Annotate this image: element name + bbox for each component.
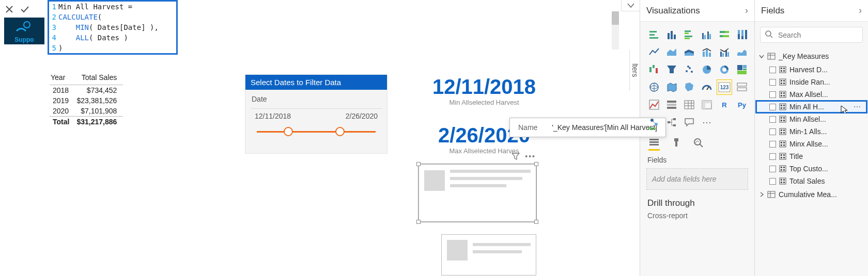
svg-rect-103 bbox=[783, 117, 785, 119]
formula-bar[interactable]: 1Min All Harvest = 2CALCULATE( 3 MIN( Da… bbox=[48, 0, 178, 55]
viz-qna-icon[interactable] bbox=[681, 115, 697, 130]
table-visual[interactable]: Year Total Sales 2018$734,452 2019$23,38… bbox=[50, 72, 123, 127]
viz-area-icon[interactable] bbox=[664, 44, 679, 60]
viz-100-stacked-column-icon[interactable] bbox=[734, 27, 750, 42]
field-item[interactable]: Top Custo... bbox=[756, 163, 867, 175]
field-checkbox[interactable] bbox=[769, 141, 776, 148]
field-item[interactable]: Inside Ran... bbox=[756, 76, 867, 88]
slider-handle-to[interactable] bbox=[335, 127, 345, 136]
measure-icon bbox=[779, 165, 786, 172]
viz-100-stacked-bar-icon[interactable] bbox=[717, 27, 732, 42]
fields-table-header[interactable]: Cumulative Mea... bbox=[756, 187, 867, 202]
table-row[interactable]: 2019$23,381,526 bbox=[50, 95, 123, 106]
viz-line-clustered-column-icon[interactable] bbox=[717, 44, 732, 60]
table-row[interactable]: 2018$734,452 bbox=[50, 85, 123, 96]
viz-clustered-column-icon[interactable] bbox=[699, 27, 715, 42]
viz-line-icon[interactable] bbox=[646, 44, 662, 60]
search-icon bbox=[765, 30, 773, 40]
slider-handle-from[interactable] bbox=[284, 127, 293, 136]
fields-table-header[interactable]: _Key Measures bbox=[756, 49, 867, 63]
field-checkbox[interactable] bbox=[769, 128, 776, 135]
viz-treemap-icon[interactable] bbox=[734, 62, 750, 77]
field-checkbox[interactable] bbox=[769, 178, 776, 185]
svg-rect-105 bbox=[783, 120, 785, 121]
viz-import-custom-icon[interactable]: ⋯ bbox=[699, 115, 715, 130]
viz-pie-icon[interactable] bbox=[699, 62, 715, 77]
field-item[interactable]: Min-1 Alls... bbox=[756, 125, 867, 138]
svg-rect-129 bbox=[781, 182, 782, 183]
field-checkbox[interactable] bbox=[769, 116, 776, 123]
svg-text:123: 123 bbox=[720, 85, 729, 90]
field-item[interactable]: Max Allsel... bbox=[756, 88, 867, 101]
field-well[interactable]: Add data fields here bbox=[646, 168, 748, 190]
formula-cancel-button[interactable] bbox=[3, 3, 16, 15]
svg-rect-82 bbox=[781, 68, 782, 69]
viz-clustered-bar-icon[interactable] bbox=[681, 27, 697, 42]
slicer-slider[interactable] bbox=[257, 125, 376, 138]
table-header-year[interactable]: Year bbox=[50, 72, 75, 85]
viz-r-script-icon[interactable]: R bbox=[717, 97, 732, 112]
field-more-options[interactable]: ⋯ bbox=[854, 103, 864, 111]
field-item[interactable]: Minx Allse... bbox=[756, 138, 867, 150]
svg-rect-22 bbox=[741, 30, 743, 36]
viz-donut-icon[interactable] bbox=[717, 62, 732, 77]
field-checkbox[interactable] bbox=[769, 79, 776, 86]
viz-filled-map-icon[interactable] bbox=[664, 79, 679, 95]
formula-scrollbar[interactable] bbox=[612, 11, 619, 50]
field-item[interactable]: Min All H...⋯ bbox=[756, 101, 867, 113]
viz-stacked-area-icon[interactable] bbox=[681, 44, 697, 60]
viz-multi-row-card-icon[interactable] bbox=[734, 79, 750, 95]
filters-pane-tab[interactable]: lters bbox=[629, 50, 640, 91]
svg-rect-2 bbox=[649, 34, 655, 36]
viz-funnel-icon[interactable] bbox=[664, 62, 679, 77]
viz-shape-map-icon[interactable] bbox=[681, 79, 697, 95]
collapse-fields-button[interactable]: › bbox=[859, 5, 862, 16]
field-item[interactable]: Min Allsel... bbox=[756, 113, 867, 125]
viz-map-icon[interactable] bbox=[646, 79, 662, 95]
field-checkbox[interactable] bbox=[769, 153, 776, 160]
field-label: Harvest D... bbox=[789, 66, 828, 74]
filter-icon[interactable] bbox=[512, 152, 520, 162]
table-header-sales[interactable]: Total Sales bbox=[75, 72, 123, 85]
viz-python-icon[interactable]: Py bbox=[734, 97, 750, 112]
analytics-tab-button[interactable] bbox=[693, 137, 704, 151]
date-slicer[interactable]: Select Dates to Filter Data Date 12/11/2… bbox=[245, 74, 388, 154]
format-tab-button[interactable] bbox=[671, 137, 681, 151]
field-item[interactable]: Total Sales bbox=[756, 175, 867, 187]
formula-expand-button[interactable] bbox=[621, 0, 640, 11]
field-checkbox[interactable] bbox=[769, 91, 776, 98]
more-options-icon[interactable]: ••• bbox=[525, 152, 536, 162]
field-item[interactable]: Title bbox=[756, 150, 867, 163]
field-item[interactable]: Harvest D... bbox=[756, 63, 867, 76]
field-label: Minx Allse... bbox=[789, 140, 828, 148]
viz-key-influencers-icon[interactable]: PRO bbox=[646, 115, 662, 130]
field-checkbox[interactable] bbox=[769, 104, 776, 110]
collapse-visualizations-button[interactable]: › bbox=[745, 5, 748, 16]
formula-commit-button[interactable] bbox=[19, 3, 31, 15]
viz-matrix-icon[interactable] bbox=[699, 97, 715, 112]
viz-stacked-column-icon[interactable] bbox=[664, 27, 679, 42]
fields-tab-button[interactable] bbox=[648, 137, 660, 151]
viz-line-stacked-column-icon[interactable] bbox=[699, 44, 715, 60]
viz-decomposition-icon[interactable] bbox=[664, 115, 679, 130]
viz-waterfall-icon[interactable] bbox=[646, 62, 662, 77]
placeholder-visual[interactable] bbox=[441, 234, 536, 275]
placeholder-visual-selected[interactable]: ••• bbox=[419, 164, 536, 222]
viz-table-icon[interactable] bbox=[681, 97, 697, 112]
viz-gauge-icon[interactable] bbox=[699, 79, 715, 95]
slicer-from-value[interactable]: 12/11/2018 bbox=[255, 112, 291, 120]
search-input[interactable] bbox=[777, 30, 868, 40]
viz-stacked-bar-icon[interactable] bbox=[646, 27, 662, 42]
report-canvas[interactable]: Suppo 1Min All Harvest = 2CALCULATE( 3 M… bbox=[0, 0, 640, 276]
viz-slicer-icon[interactable] bbox=[664, 97, 679, 112]
card-min-harvest[interactable]: 12/11/2018 Min Allselected Harvest bbox=[420, 75, 549, 106]
fields-search[interactable] bbox=[760, 27, 863, 43]
viz-card-icon[interactable]: 123 bbox=[717, 79, 732, 95]
viz-kpi-icon[interactable] bbox=[646, 97, 662, 112]
viz-ribbon-icon[interactable] bbox=[734, 44, 750, 60]
field-checkbox[interactable] bbox=[769, 166, 776, 172]
field-checkbox[interactable] bbox=[769, 67, 776, 73]
viz-scatter-icon[interactable] bbox=[681, 62, 697, 77]
slicer-to-value[interactable]: 2/26/2020 bbox=[346, 112, 378, 120]
table-row[interactable]: 2020$7,101,908 bbox=[50, 106, 123, 117]
